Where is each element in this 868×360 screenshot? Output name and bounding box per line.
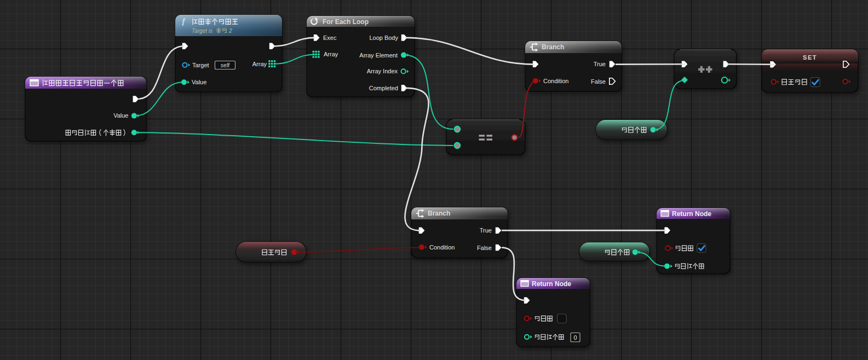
svg-text:self: self — [221, 62, 229, 68]
svg-text:Branch: Branch — [542, 43, 564, 51]
svg-text:Loop Body: Loop Body — [369, 34, 398, 41]
svg-text:Return Node: Return Node — [532, 280, 571, 288]
svg-text:Target: Target — [192, 62, 209, 68]
svg-text:True: True — [594, 61, 606, 67]
svg-text:Return Node: Return Node — [672, 210, 711, 218]
svg-text:Array: Array — [252, 61, 267, 67]
svg-text:2: 2 — [228, 28, 232, 34]
svg-text:Value: Value — [113, 112, 128, 119]
svg-text:Array Index: Array Index — [367, 68, 398, 74]
svg-text:False: False — [591, 78, 606, 85]
svg-text:Array: Array — [324, 51, 338, 57]
svg-text:Value: Value — [192, 79, 206, 85]
svg-text:ƒ: ƒ — [181, 17, 186, 26]
svg-text:Target is: Target is — [192, 28, 212, 34]
svg-text:Exec: Exec — [323, 34, 337, 41]
svg-text:SET: SET — [803, 54, 817, 61]
svg-text:0: 0 — [573, 334, 577, 341]
svg-text:Array Element: Array Element — [359, 52, 398, 59]
svg-text:Condition: Condition — [429, 244, 455, 251]
svg-text:False: False — [477, 245, 492, 251]
svg-text:Branch: Branch — [428, 210, 450, 217]
svg-text:Completed: Completed — [369, 85, 398, 91]
svg-text:True: True — [480, 227, 492, 234]
svg-text:For Each Loop: For Each Loop — [323, 18, 369, 26]
svg-text:Condition: Condition — [543, 78, 568, 84]
